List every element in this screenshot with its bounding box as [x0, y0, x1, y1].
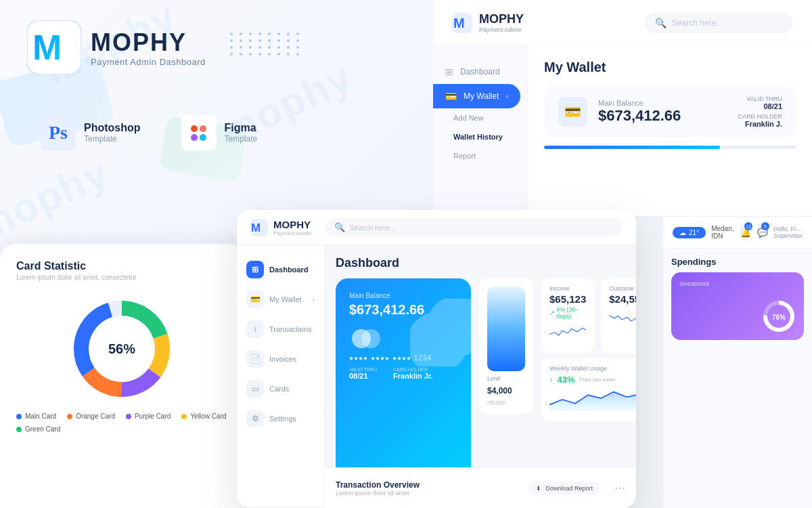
spendings-title: Spendings	[671, 257, 804, 267]
search-icon: 🔍	[655, 18, 667, 28]
dash-page-title: Dashboard	[336, 256, 625, 270]
card-valid-thru: 08/21	[349, 372, 377, 380]
progress-fill	[544, 146, 720, 149]
investment-donut: 76%	[762, 299, 796, 333]
income-box: Income $65,123 ↗ 4% (30-days)	[541, 278, 594, 353]
search-placeholder: Search here...	[672, 18, 723, 28]
sidebar-item-cards[interactable]: ▭ Cards	[237, 374, 324, 404]
figma-item: Figma Template	[181, 115, 258, 150]
sidebar-item-settings[interactable]: ⚙ Settings	[237, 404, 324, 433]
sidebar-item-invoices[interactable]: 📄 Invoices	[237, 344, 324, 374]
weekly-pct: 43%	[558, 375, 575, 385]
download-report-button[interactable]: ⬇ Download Report	[528, 482, 601, 495]
outcome-amount: $24,551	[609, 293, 636, 305]
svg-text:M: M	[32, 28, 62, 67]
download-icon: ⬇	[536, 485, 541, 492]
wallet-search[interactable]: 🔍 Search here...	[644, 13, 793, 33]
brand-subtitle: Payment Admin Dashboard	[91, 57, 206, 67]
svg-text:76%: 76%	[772, 314, 786, 321]
notification-bell[interactable]: 🔔 12	[740, 224, 751, 241]
ps-sublabel: Template	[84, 134, 141, 144]
dash-brand: M MOPHY Payment Admin	[250, 219, 311, 236]
settings-icon: ⚙	[246, 410, 264, 427]
limit-label: Limit	[487, 375, 525, 382]
card-number: ●●●● ●●●● ●●●● 1234	[349, 354, 457, 362]
nav-arrow-icon: ›	[313, 296, 315, 303]
weekly-sub: Than last week	[579, 377, 616, 383]
balance-meta: VALID THRU 08/21 CARD HOLDER Franklin J.	[738, 96, 782, 128]
search-icon: 🔍	[334, 222, 345, 232]
figma-label: Figma	[225, 122, 258, 134]
transaction-overview: Transaction Overview Lorem ipsum dolor s…	[325, 467, 636, 508]
watermark-3: mophy	[0, 149, 116, 251]
wallet-brand-sub: Payment Admin	[479, 26, 524, 33]
stat-desc: Lorem ipsum dolor sit amet, consectetur	[16, 274, 227, 281]
balance-label: Main Balance	[598, 99, 681, 107]
dash-header: M MOPHY Payment Admin 🔍 Search here...	[237, 210, 636, 245]
sidebar-item-dashboard[interactable]: ⊞ Dashboard	[433, 60, 527, 84]
income-outcome-row: Income $65,123 ↗ 4% (30-days)	[541, 278, 636, 353]
chart-legend: Main Card Orange Card Purple Card Yellow…	[16, 412, 227, 433]
balance-info: Main Balance $673,412.66	[598, 99, 681, 125]
dashboard-icon: ⊞	[246, 261, 264, 278]
sidebar-item-mywallet[interactable]: 💳 My Wallet ›	[237, 284, 324, 314]
notif-count: 12	[744, 222, 752, 230]
transactions-icon: ↕	[246, 320, 264, 338]
mophy-logo: M	[27, 20, 81, 75]
donut-chart: 56%	[68, 295, 176, 403]
limit-amount: $4,000	[487, 386, 525, 396]
sidebar-subitem-wallethistory[interactable]: Wallet History	[433, 127, 527, 146]
svg-text:M: M	[251, 221, 261, 234]
wallet-layout: ⊞ Dashboard 💳 My Wallet › Add New Wallet…	[433, 46, 812, 217]
limit-card: Limit $4,000 /50,000	[479, 278, 533, 414]
stat-title: Card Statistic	[16, 260, 227, 272]
txn-desc: Lorem ipsum dolor sit amet	[336, 490, 420, 496]
dot-grid	[230, 33, 302, 56]
bbc-amount: $673,412.66	[349, 302, 457, 318]
income-amount: $65,123	[549, 293, 586, 305]
brand-topleft: M MOPHY Payment Admin Dashboard	[27, 20, 206, 75]
sidebar-item-mywallet[interactable]: 💳 My Wallet ›	[433, 84, 520, 108]
card-statistic-panel: Card Statistic Lorem ipsum dolor sit ame…	[0, 244, 244, 508]
wallet-logo: M	[452, 13, 472, 33]
balance-progress-bar	[544, 146, 796, 149]
wallet-main: My Wallet 💳 Main Balance $673,412.66 VAL…	[528, 46, 812, 217]
sidebar-subitem-addnew[interactable]: Add New	[433, 108, 527, 127]
wallet-brand: M MOPHY Payment Admin	[452, 12, 524, 33]
sidebar-item-transactions[interactable]: ↕ Transactions	[237, 314, 324, 344]
donut-percentage: 56%	[108, 341, 135, 357]
brand-name: MOPHY	[91, 28, 206, 57]
investment-card: Investment 76%	[671, 272, 804, 340]
investment-label: Investment	[679, 280, 796, 287]
invoices-icon: 📄	[246, 350, 264, 368]
software-row: Ps Photoshop Template Figma Template	[41, 115, 257, 150]
message-icon[interactable]: 💬 5	[757, 224, 768, 241]
wallet-page-title: My Wallet	[544, 60, 796, 75]
cards-icon: ▭	[246, 380, 264, 398]
nav-arrow-icon: ›	[506, 93, 508, 100]
dash-logo: M	[250, 219, 268, 236]
more-options-icon[interactable]: ⋯	[614, 482, 625, 494]
cloud-icon: ☁	[679, 229, 686, 236]
sidebar-subitem-report[interactable]: Report	[433, 146, 527, 165]
wallet-icon: 💳	[246, 291, 264, 308]
income-change: ↗ 4% (30-days)	[549, 306, 586, 320]
dash-search[interactable]: 🔍 Search here...	[325, 218, 623, 236]
wallet-icon: 💳	[445, 91, 457, 102]
msg-count: 5	[761, 222, 769, 230]
photoshop-item: Ps Photoshop Template	[41, 115, 141, 150]
sidebar-item-dashboard[interactable]: ⊞ Dashboard	[237, 255, 324, 284]
trend-up-icon: ↑	[549, 376, 554, 384]
location-label: Medan, IDN	[711, 225, 734, 240]
wallet-screen: M MOPHY Payment Admin 🔍 Search here... ⊞…	[433, 0, 812, 217]
brand-text: MOPHY Payment Admin Dashboard	[91, 28, 206, 67]
outcome-box: Outcome $24,551	[601, 278, 636, 353]
figma-sublabel: Template	[225, 134, 258, 144]
svg-point-16	[361, 329, 380, 348]
top-bar: ☁ 21° Medan, IDN 🔔 12 💬 5 Hello, Fr... S…	[663, 217, 812, 249]
spendings-section: Spendings Investment 76%	[663, 249, 812, 348]
wallet-sidebar: ⊞ Dashboard 💳 My Wallet › Add New Wallet…	[433, 46, 528, 217]
balance-card: 💳 Main Balance $673,412.66 VALID THRU 08…	[544, 86, 796, 137]
user-greeting: Hello, Fr... Supervisor	[773, 226, 803, 239]
weather-badge: ☁ 21°	[673, 227, 706, 238]
